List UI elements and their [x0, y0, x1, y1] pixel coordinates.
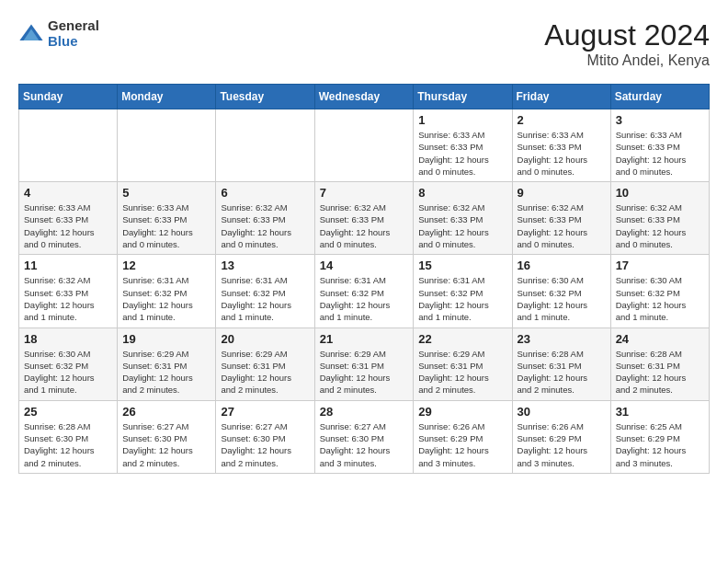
logo-blue-text: Blue: [48, 34, 99, 50]
day-number: 27: [221, 405, 309, 419]
location-subtitle: Mtito Andei, Kenya: [544, 52, 710, 69]
calendar-cell: 24Sunrise: 6:28 AM Sunset: 6:31 PM Dayli…: [610, 327, 709, 400]
calendar-cell: 14Sunrise: 6:31 AM Sunset: 6:32 PM Dayli…: [314, 255, 414, 327]
calendar-cell: 25Sunrise: 6:28 AM Sunset: 6:30 PM Dayli…: [19, 400, 118, 473]
day-info: Sunrise: 6:31 AM Sunset: 6:32 PM Dayligh…: [122, 274, 210, 323]
title-block: August 2024 Mtito Andei, Kenya: [544, 18, 710, 69]
calendar-cell: [118, 109, 216, 182]
calendar-cell: 18Sunrise: 6:30 AM Sunset: 6:32 PM Dayli…: [19, 327, 118, 400]
day-number: 24: [616, 332, 704, 346]
day-info: Sunrise: 6:27 AM Sunset: 6:30 PM Dayligh…: [320, 420, 409, 469]
weekday-header-sunday: Sunday: [19, 85, 118, 109]
calendar-cell: 5Sunrise: 6:33 AM Sunset: 6:33 PM Daylig…: [118, 182, 216, 255]
calendar-cell: 13Sunrise: 6:31 AM Sunset: 6:32 PM Dayli…: [216, 255, 314, 327]
weekday-header-thursday: Thursday: [414, 85, 512, 109]
day-info: Sunrise: 6:29 AM Sunset: 6:31 PM Dayligh…: [221, 348, 309, 396]
logo: General Blue: [18, 18, 99, 49]
weekday-header-friday: Friday: [512, 85, 610, 109]
calendar-cell: 21Sunrise: 6:29 AM Sunset: 6:31 PM Dayli…: [314, 327, 414, 400]
calendar-table: SundayMondayTuesdayWednesdayThursdayFrid…: [18, 84, 710, 474]
calendar-cell: 26Sunrise: 6:27 AM Sunset: 6:30 PM Dayli…: [118, 400, 216, 473]
day-info: Sunrise: 6:26 AM Sunset: 6:29 PM Dayligh…: [518, 420, 606, 469]
calendar-cell: 23Sunrise: 6:28 AM Sunset: 6:31 PM Dayli…: [512, 327, 610, 400]
day-number: 5: [122, 186, 210, 200]
calendar-cell: [314, 109, 414, 182]
day-info: Sunrise: 6:28 AM Sunset: 6:31 PM Dayligh…: [616, 348, 704, 396]
day-info: Sunrise: 6:33 AM Sunset: 6:33 PM Dayligh…: [122, 201, 210, 250]
day-number: 18: [24, 332, 112, 346]
week-row-3: 11Sunrise: 6:32 AM Sunset: 6:33 PM Dayli…: [19, 255, 710, 327]
day-info: Sunrise: 6:32 AM Sunset: 6:33 PM Dayligh…: [418, 201, 506, 250]
calendar-cell: 3Sunrise: 6:33 AM Sunset: 6:33 PM Daylig…: [610, 109, 709, 182]
calendar-cell: 8Sunrise: 6:32 AM Sunset: 6:33 PM Daylig…: [414, 182, 512, 255]
day-info: Sunrise: 6:27 AM Sunset: 6:30 PM Dayligh…: [122, 420, 210, 469]
week-row-1: 1Sunrise: 6:33 AM Sunset: 6:33 PM Daylig…: [19, 109, 710, 182]
day-info: Sunrise: 6:30 AM Sunset: 6:32 PM Dayligh…: [24, 348, 112, 396]
calendar-cell: 11Sunrise: 6:32 AM Sunset: 6:33 PM Dayli…: [19, 255, 118, 327]
week-row-5: 25Sunrise: 6:28 AM Sunset: 6:30 PM Dayli…: [19, 400, 710, 473]
logo-icon: [18, 21, 44, 47]
page-header: General Blue August 2024 Mtito Andei, Ke…: [18, 18, 710, 69]
day-info: Sunrise: 6:30 AM Sunset: 6:32 PM Dayligh…: [616, 274, 704, 323]
day-number: 3: [616, 113, 704, 127]
day-info: Sunrise: 6:32 AM Sunset: 6:33 PM Dayligh…: [24, 274, 112, 323]
weekday-header-wednesday: Wednesday: [314, 85, 414, 109]
day-info: Sunrise: 6:33 AM Sunset: 6:33 PM Dayligh…: [518, 129, 606, 178]
weekday-header-monday: Monday: [118, 85, 216, 109]
day-number: 10: [616, 186, 704, 200]
day-info: Sunrise: 6:30 AM Sunset: 6:32 PM Dayligh…: [518, 274, 606, 323]
day-info: Sunrise: 6:26 AM Sunset: 6:29 PM Dayligh…: [418, 420, 506, 469]
logo-general-text: General: [48, 18, 99, 34]
day-number: 6: [221, 186, 309, 200]
day-number: 14: [320, 259, 409, 272]
calendar-cell: 28Sunrise: 6:27 AM Sunset: 6:30 PM Dayli…: [314, 400, 414, 473]
day-number: 20: [221, 332, 309, 346]
day-info: Sunrise: 6:29 AM Sunset: 6:31 PM Dayligh…: [320, 348, 409, 396]
day-info: Sunrise: 6:28 AM Sunset: 6:30 PM Dayligh…: [24, 420, 112, 469]
day-number: 8: [418, 186, 506, 200]
day-info: Sunrise: 6:31 AM Sunset: 6:32 PM Dayligh…: [418, 274, 506, 323]
calendar-cell: 7Sunrise: 6:32 AM Sunset: 6:33 PM Daylig…: [314, 182, 414, 255]
day-number: 16: [518, 259, 606, 272]
calendar-cell: 31Sunrise: 6:25 AM Sunset: 6:29 PM Dayli…: [610, 400, 709, 473]
day-number: 21: [320, 332, 409, 346]
day-number: 28: [320, 405, 409, 419]
day-number: 12: [122, 259, 210, 272]
day-number: 13: [221, 259, 309, 272]
day-number: 4: [24, 186, 112, 200]
day-info: Sunrise: 6:32 AM Sunset: 6:33 PM Dayligh…: [616, 201, 704, 250]
day-number: 25: [24, 405, 112, 419]
day-number: 29: [418, 405, 506, 419]
weekday-header-row: SundayMondayTuesdayWednesdayThursdayFrid…: [19, 85, 710, 109]
day-info: Sunrise: 6:32 AM Sunset: 6:33 PM Dayligh…: [320, 201, 409, 250]
day-number: 19: [122, 332, 210, 346]
day-info: Sunrise: 6:33 AM Sunset: 6:33 PM Dayligh…: [616, 129, 704, 178]
day-number: 7: [320, 186, 409, 200]
day-number: 15: [418, 259, 506, 272]
day-info: Sunrise: 6:31 AM Sunset: 6:32 PM Dayligh…: [221, 274, 309, 323]
day-info: Sunrise: 6:32 AM Sunset: 6:33 PM Dayligh…: [518, 201, 606, 250]
calendar-cell: 16Sunrise: 6:30 AM Sunset: 6:32 PM Dayli…: [512, 255, 610, 327]
day-number: 9: [518, 186, 606, 200]
calendar-cell: 20Sunrise: 6:29 AM Sunset: 6:31 PM Dayli…: [216, 327, 314, 400]
day-number: 17: [616, 259, 704, 272]
calendar-cell: [19, 109, 118, 182]
day-info: Sunrise: 6:29 AM Sunset: 6:31 PM Dayligh…: [122, 348, 210, 396]
day-number: 23: [518, 332, 606, 346]
logo-text: General Blue: [48, 18, 99, 49]
calendar-cell: 12Sunrise: 6:31 AM Sunset: 6:32 PM Dayli…: [118, 255, 216, 327]
weekday-header-tuesday: Tuesday: [216, 85, 314, 109]
day-number: 26: [122, 405, 210, 419]
day-number: 22: [418, 332, 506, 346]
calendar-cell: 1Sunrise: 6:33 AM Sunset: 6:33 PM Daylig…: [414, 109, 512, 182]
calendar-cell: 9Sunrise: 6:32 AM Sunset: 6:33 PM Daylig…: [512, 182, 610, 255]
calendar-cell: 29Sunrise: 6:26 AM Sunset: 6:29 PM Dayli…: [414, 400, 512, 473]
calendar-cell: 2Sunrise: 6:33 AM Sunset: 6:33 PM Daylig…: [512, 109, 610, 182]
month-year-title: August 2024: [544, 18, 710, 52]
day-info: Sunrise: 6:32 AM Sunset: 6:33 PM Dayligh…: [221, 201, 309, 250]
day-info: Sunrise: 6:33 AM Sunset: 6:33 PM Dayligh…: [418, 129, 506, 178]
calendar-cell: 10Sunrise: 6:32 AM Sunset: 6:33 PM Dayli…: [610, 182, 709, 255]
calendar-cell: 17Sunrise: 6:30 AM Sunset: 6:32 PM Dayli…: [610, 255, 709, 327]
day-info: Sunrise: 6:33 AM Sunset: 6:33 PM Dayligh…: [24, 201, 112, 250]
week-row-4: 18Sunrise: 6:30 AM Sunset: 6:32 PM Dayli…: [19, 327, 710, 400]
